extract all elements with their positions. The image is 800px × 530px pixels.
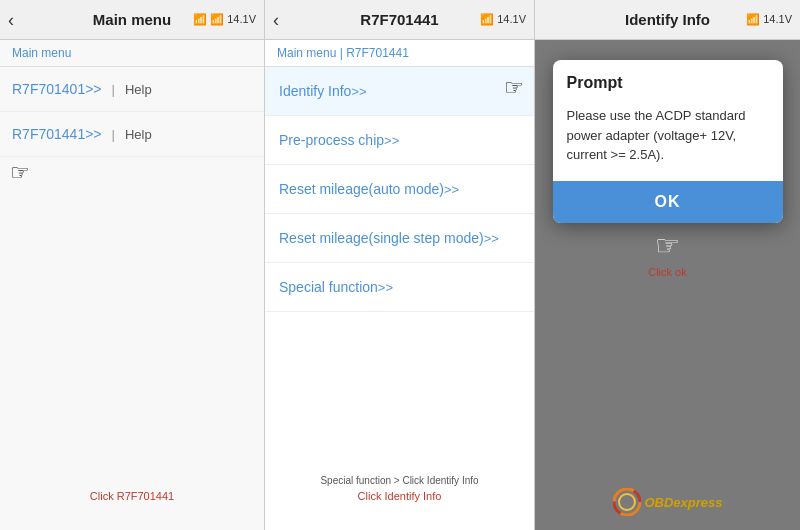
header-panel-left: ‹ Main menu 📶 📶 14.1V [0, 0, 265, 39]
wifi-icon-mid: 📶 [480, 13, 494, 25]
back-button-left[interactable]: ‹ [8, 9, 14, 30]
svg-point-2 [618, 494, 634, 510]
signal-mid: 📶 14.1V [480, 13, 526, 26]
hand-cursor-identify: ☞ [504, 75, 524, 101]
preprocess-chip-item[interactable]: Pre-process chip >> [265, 116, 534, 165]
identify-info-link[interactable]: Identify Info [279, 83, 351, 99]
header-panel-mid: ‹ R7F701441 📶 14.1V [265, 0, 535, 39]
breadcrumb-mid: Main menu | R7F701441 [265, 40, 534, 67]
ok-button[interactable]: OK [553, 181, 783, 223]
special-function-item[interactable]: Special function >> [265, 263, 534, 312]
header-row: ‹ Main menu 📶 📶 14.1V ‹ R7F701441 📶 14.1… [0, 0, 800, 40]
header-title-right: Identify Info [625, 11, 710, 28]
prompt-title: Prompt [553, 60, 783, 100]
hand-cursor-ok: ☞ [655, 229, 680, 262]
hand-cursor-left: ☞ [10, 160, 30, 186]
right-panel: Prompt Please use the ACDP standard powe… [535, 40, 800, 530]
header-panel-right: Identify Info 📶 14.1V [535, 0, 800, 39]
special-function-link[interactable]: Special function [279, 279, 378, 295]
preprocess-chip-arrow: >> [384, 133, 399, 148]
help-label-1: Help [125, 82, 152, 97]
header-title-mid: R7F701441 [360, 11, 438, 28]
click-ok-hint: Click ok [648, 266, 687, 278]
wifi-icon-left: 📶 [193, 13, 207, 25]
signal-left: 📶 📶 14.1V [193, 13, 256, 26]
r7f701441-link[interactable]: R7F701441>> [12, 126, 102, 142]
reset-mileage-auto-link[interactable]: Reset mileage(auto mode) [279, 181, 444, 197]
identify-info-arrow: >> [351, 84, 366, 99]
click-identify-hint: Click Identify Info [350, 482, 450, 510]
prompt-body: Please use the ACDP standard power adapt… [553, 100, 783, 181]
r7f701401-link[interactable]: R7F701401>> [12, 81, 102, 97]
divider-1: | [112, 82, 115, 97]
divider-2: | [112, 127, 115, 142]
left-panel: Main menu R7F701401>> | Help R7F701441>>… [0, 40, 265, 530]
reset-mileage-auto-arrow: >> [444, 182, 459, 197]
header-title-left: Main menu [93, 11, 171, 28]
breadcrumb-left: Main menu [0, 40, 264, 67]
breadcrumb-sub: R7F701441 [346, 46, 409, 60]
reset-mileage-single-link[interactable]: Reset mileage(single step mode) [279, 230, 484, 246]
main-row: Main menu R7F701401>> | Help R7F701441>>… [0, 40, 800, 530]
menu-item-r7f701441[interactable]: R7F701441>> | Help ☞ [0, 112, 264, 157]
obd-text: OBDexpress [644, 495, 722, 510]
preprocess-chip-link[interactable]: Pre-process chip [279, 132, 384, 148]
click-hint-left: Click R7F701441 [0, 482, 264, 510]
mid-panel: Main menu | R7F701441 Identify Info >> ☞… [265, 40, 535, 530]
reset-mileage-single-arrow: >> [484, 231, 499, 246]
special-function-arrow: >> [378, 280, 393, 295]
reset-mileage-single-item[interactable]: Reset mileage(single step mode) >> [265, 214, 534, 263]
click-hint-mid: Special function > Click Identify Info C… [265, 467, 534, 510]
wifi-icon-right: 📶 [746, 13, 760, 25]
back-button-mid[interactable]: ‹ [273, 9, 279, 30]
breadcrumb-main: Main menu [277, 46, 336, 60]
identify-info-item[interactable]: Identify Info >> ☞ [265, 67, 534, 116]
signal-right: 📶 14.1V [746, 13, 792, 26]
obd-logo-icon [612, 488, 640, 516]
prompt-dialog: Prompt Please use the ACDP standard powe… [553, 60, 783, 223]
help-label-2: Help [125, 127, 152, 142]
obd-logo: OBDexpress [612, 488, 722, 516]
menu-item-r7f701401[interactable]: R7F701401>> | Help [0, 67, 264, 112]
reset-mileage-auto-item[interactable]: Reset mileage(auto mode) >> [265, 165, 534, 214]
